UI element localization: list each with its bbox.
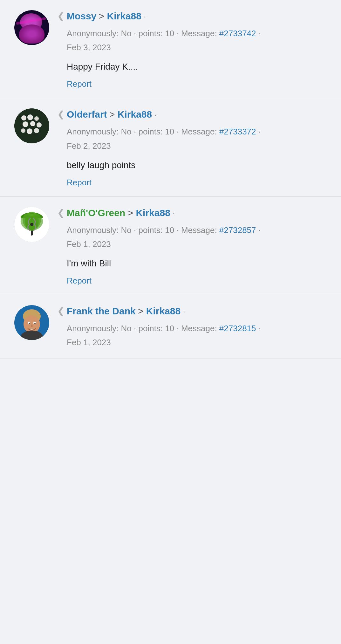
arrow-text: >: [138, 306, 146, 316]
separator2: ·: [134, 324, 138, 333]
feed-container: ❮ Mossy > Kirka88 · Anonymously: No · po…: [0, 0, 341, 359]
anonymously-label: Anonymously:: [67, 225, 121, 235]
recipient-name[interactable]: Kirka88: [136, 208, 170, 218]
message-link[interactable]: #2732857: [219, 225, 256, 235]
anonymously-label: Anonymously:: [67, 127, 121, 136]
svg-point-12: [38, 124, 40, 126]
avatar-image-frank: [14, 305, 49, 340]
anonymously-label: Anonymously:: [67, 324, 121, 333]
avatar-col: [6, 304, 57, 340]
meta-header: Mossy > Kirka88 ·: [67, 9, 335, 23]
separator3: ·: [176, 324, 181, 333]
separator2: ·: [134, 29, 138, 38]
chevron-divider: ❮: [57, 206, 67, 218]
caduceus-svg: [14, 207, 49, 242]
arrow-text: >: [128, 208, 136, 218]
svg-point-10: [32, 123, 34, 125]
avatar: [14, 108, 49, 143]
message-label: Message:: [181, 127, 219, 136]
message-body: I'm with Bill: [67, 257, 335, 270]
svg-point-37: [31, 325, 33, 327]
avatar-image-mossy: [14, 10, 49, 45]
meta-header: Mañ'O'Green > Kirka88 ·: [67, 206, 335, 220]
report-link[interactable]: Report: [67, 178, 335, 188]
feed-item: ❮ Frank the Dank > Kirka88 · Anonymously…: [0, 295, 341, 359]
separator: ·: [183, 307, 185, 316]
sender-name[interactable]: Frank the Dank: [67, 306, 136, 316]
meta-details: Anonymously: No · points: 10 · Message: …: [67, 321, 335, 349]
svg-point-36: [34, 323, 36, 324]
separator4: ·: [258, 29, 261, 38]
meta-header: Olderfart > Kirka88 ·: [67, 107, 335, 121]
anonymously-value: No: [121, 127, 132, 136]
separator2: ·: [134, 127, 138, 136]
anonymously-label: Anonymously:: [67, 29, 121, 38]
recipient-name[interactable]: Kirka88: [118, 109, 152, 120]
recipient-name[interactable]: Kirka88: [146, 306, 181, 316]
separator: ·: [173, 209, 175, 218]
message-label: Message:: [181, 324, 219, 333]
separator3: ·: [176, 127, 181, 136]
report-link[interactable]: Report: [67, 79, 335, 89]
separator4: ·: [258, 225, 261, 235]
content-col: Frank the Dank > Kirka88 · Anonymously: …: [67, 304, 335, 349]
feed-item: ❮ Mossy > Kirka88 · Anonymously: No · po…: [0, 0, 341, 98]
sender-name[interactable]: Mañ'O'Green: [67, 208, 125, 218]
avatar: [14, 207, 49, 242]
svg-point-28: [30, 223, 33, 226]
content-col: Mossy > Kirka88 · Anonymously: No · poin…: [67, 9, 335, 89]
message-label: Message:: [181, 29, 219, 38]
svg-point-4: [29, 116, 31, 118]
points-label: points:: [138, 127, 165, 136]
sender-name[interactable]: Olderfart: [67, 109, 107, 120]
points-value: 10: [165, 324, 174, 333]
points-label: points:: [138, 29, 165, 38]
recipient-name[interactable]: Kirka88: [107, 11, 141, 21]
separator: ·: [154, 110, 156, 120]
avatar-image-manogreen: [14, 207, 49, 242]
points-label: points:: [138, 324, 165, 333]
chevron-divider: ❮: [57, 107, 67, 120]
content-col: Olderfart > Kirka88 · Anonymously: No · …: [67, 107, 335, 187]
avatar: [14, 10, 49, 45]
message-body: belly laugh points: [67, 159, 335, 172]
points-label: points:: [138, 225, 165, 235]
points-value: 10: [165, 225, 174, 235]
meta-header: Frank the Dank > Kirka88 ·: [67, 304, 335, 318]
report-link[interactable]: Report: [67, 276, 335, 286]
meta-details: Anonymously: No · points: 10 · Message: …: [67, 26, 335, 54]
sender-name[interactable]: Mossy: [67, 11, 96, 21]
date-value: Feb 3, 2023: [67, 43, 111, 52]
svg-point-14: [22, 130, 24, 132]
anonymously-value: No: [121, 29, 132, 38]
anonymously-value: No: [121, 225, 132, 235]
svg-point-35: [29, 323, 30, 324]
feed-item: ❮ Mañ'O'Green > Kirka88 · Anonymously: N…: [0, 197, 341, 295]
separator4: ·: [258, 127, 261, 136]
cat-body-decoration: [19, 24, 44, 44]
date-value: Feb 2, 2023: [67, 141, 111, 151]
chevron-divider: ❮: [57, 304, 67, 316]
avatar-col: [6, 107, 57, 143]
arrow-text: >: [109, 109, 118, 120]
avatar-col: [6, 206, 57, 242]
message-link[interactable]: #2733372: [219, 127, 256, 136]
message-link[interactable]: #2732815: [219, 324, 256, 333]
points-value: 10: [165, 127, 174, 136]
separator: ·: [144, 12, 146, 21]
arrow-text: >: [99, 11, 107, 21]
message-link[interactable]: #2733742: [219, 29, 256, 38]
avatar-col: [6, 9, 57, 45]
avatar-image-olderfart: [14, 108, 49, 143]
date-value: Feb 1, 2023: [67, 338, 111, 347]
separator2: ·: [134, 225, 138, 235]
separator3: ·: [176, 225, 181, 235]
content-col: Mañ'O'Green > Kirka88 · Anonymously: No …: [67, 206, 335, 286]
meta-details: Anonymously: No · points: 10 · Message: …: [67, 125, 335, 153]
message-body: Happy Friday K....: [67, 60, 335, 73]
separator3: ·: [176, 29, 181, 38]
meta-details: Anonymously: No · points: 10 · Message: …: [67, 223, 335, 251]
svg-point-18: [36, 130, 38, 132]
date-value: Feb 1, 2023: [67, 239, 111, 249]
anonymously-value: No: [121, 324, 132, 333]
